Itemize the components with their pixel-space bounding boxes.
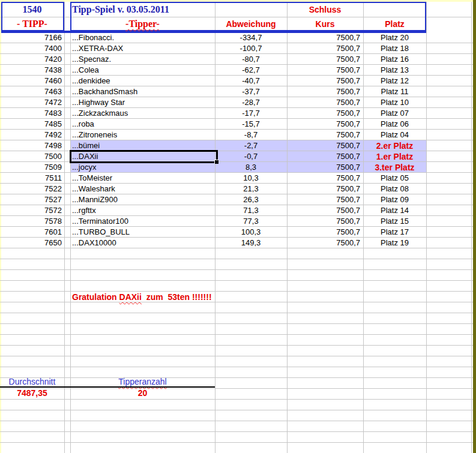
congratulation-message[interactable]: Gratulation DAXii zum 53ten !!!!!!! <box>72 292 212 302</box>
cell-abweichung[interactable]: -37,7 <box>215 86 287 97</box>
cell-tipper[interactable]: ...Highway Star <box>72 97 214 108</box>
cell-tipper[interactable]: ...Zickzackmaus <box>72 108 214 119</box>
cell-kurs[interactable]: 7500,7 <box>287 65 360 76</box>
cell-abweichung[interactable]: -28,7 <box>215 97 287 108</box>
durchschnitt-label[interactable]: Durchschnitt <box>0 376 64 387</box>
cell-tipp[interactable]: 7166 <box>0 32 62 43</box>
cell-abweichung[interactable]: -334,7 <box>215 32 287 43</box>
cell-tipp[interactable]: 7500 <box>0 151 62 162</box>
cell-platz[interactable]: Platz 04 <box>363 130 426 140</box>
cell-tipper[interactable]: ...jocyx <box>72 162 214 173</box>
cell-kurs[interactable]: 7500,7 <box>287 119 360 130</box>
cell-tipper[interactable]: ...BackhandSmash <box>72 86 214 97</box>
cell-tipper[interactable]: ...Specnaz. <box>72 54 214 65</box>
cell-abweichung[interactable]: -17,7 <box>215 108 287 119</box>
column-header-kurs[interactable]: Kurs <box>287 17 363 31</box>
cell-tipp[interactable]: 7472 <box>0 97 62 108</box>
cell-abweichung[interactable]: -40,7 <box>215 76 287 86</box>
cell-abweichung[interactable]: 100,3 <box>215 227 287 238</box>
cell-abweichung[interactable]: 77,3 <box>215 216 287 227</box>
cell-tipp[interactable]: 7492 <box>0 130 62 140</box>
cell-platz[interactable]: 2.er Platz <box>363 140 426 151</box>
cell-tipper[interactable]: ...Fibonacci. <box>72 32 214 43</box>
cell-platz[interactable]: Platz 15 <box>363 216 426 227</box>
cell-kurs[interactable]: 7500,7 <box>287 97 360 108</box>
cell-abweichung[interactable]: -80,7 <box>215 54 287 65</box>
cell-tipp[interactable]: 7420 <box>0 54 62 65</box>
cell-abweichung[interactable]: -15,7 <box>215 119 287 130</box>
cell-platz[interactable]: Platz 11 <box>363 86 426 97</box>
cell-tipp[interactable]: 7509 <box>0 162 62 173</box>
cell-tipper[interactable]: ...denkidee <box>72 76 214 86</box>
cell-platz[interactable]: 3.ter Platz <box>363 162 426 173</box>
cell-tipp[interactable]: 7498 <box>0 140 62 151</box>
cell-tipper[interactable]: ...TURBO_BULL <box>72 227 214 238</box>
cell-abweichung[interactable]: -2,7 <box>215 140 287 151</box>
cell-tipper[interactable]: ...roba <box>72 119 214 130</box>
cell-platz[interactable]: Platz 17 <box>363 227 426 238</box>
cell-kurs[interactable]: 7500,7 <box>287 151 360 162</box>
cell-abweichung[interactable]: 8,3 <box>215 162 287 173</box>
cell-platz[interactable]: Platz 13 <box>363 65 426 76</box>
column-header-tipper[interactable]: -Tipper- <box>70 17 215 31</box>
cell-platz[interactable]: Platz 20 <box>363 32 426 43</box>
cell-kurs[interactable]: 7500,7 <box>287 76 360 86</box>
cell-tipp[interactable]: 7650 <box>0 238 62 248</box>
cell-abweichung[interactable]: -100,7 <box>215 43 287 54</box>
tipperanzahl-value[interactable]: 20 <box>70 388 215 398</box>
cell-tipper[interactable]: ...ToMeister <box>72 173 214 184</box>
cell-kurs[interactable]: 7500,7 <box>287 54 360 65</box>
cell-platz[interactable]: Platz 16 <box>363 54 426 65</box>
cell-tipp[interactable]: 7522 <box>0 184 62 194</box>
cell-tipp[interactable]: 7460 <box>0 76 62 86</box>
cell-tipper[interactable]: ...Terminator100 <box>72 216 214 227</box>
cell-abweichung[interactable]: -8,7 <box>215 130 287 140</box>
cell-platz[interactable]: Platz 06 <box>363 119 426 130</box>
cell-abweichung[interactable]: 10,3 <box>215 173 287 184</box>
cell-tipper[interactable]: ...Zitroneneis <box>72 130 214 140</box>
cell-kurs[interactable]: 7500,7 <box>287 238 360 248</box>
tipperanzahl-label[interactable]: Tipperanzahl <box>70 376 215 387</box>
cell-kurs[interactable]: 7500,7 <box>287 32 360 43</box>
cell-tipp[interactable]: 7463 <box>0 86 62 97</box>
cell-tipper[interactable]: ...Colea <box>72 65 214 76</box>
cell-abweichung[interactable]: -0,7 <box>215 151 287 162</box>
cell-tipper[interactable]: ...XETRA-DAX <box>72 43 214 54</box>
cell-platz[interactable]: Platz 18 <box>363 43 426 54</box>
cell-tipp[interactable]: 7511 <box>0 173 62 184</box>
fill-handle[interactable] <box>214 160 218 164</box>
cell-platz[interactable]: Platz 19 <box>363 238 426 248</box>
cell-kurs[interactable]: 7500,7 <box>287 86 360 97</box>
cell-kurs[interactable]: 7500,7 <box>287 108 360 119</box>
cell-tipp[interactable]: 7601 <box>0 227 62 238</box>
cell-platz[interactable]: Platz 08 <box>363 184 426 194</box>
header-cell-title[interactable]: Tipp-Spiel v. 03.05.2011 <box>72 2 169 17</box>
cell-kurs[interactable]: 7500,7 <box>287 194 360 205</box>
cell-platz[interactable]: Platz 05 <box>363 173 426 184</box>
cell-kurs[interactable]: 7500,7 <box>287 140 360 151</box>
cell-tipp[interactable]: 7485 <box>0 119 62 130</box>
cell-kurs[interactable]: 7500,7 <box>287 162 360 173</box>
cell-platz[interactable]: Platz 10 <box>363 97 426 108</box>
column-header-abweichung[interactable]: Abweichung <box>215 17 287 31</box>
cell-tipp[interactable]: 7400 <box>0 43 62 54</box>
cell-tipp[interactable]: 7572 <box>0 205 62 216</box>
cell-platz[interactable]: Platz 12 <box>363 76 426 86</box>
cell-platz[interactable]: 1.er Platz <box>363 151 426 162</box>
durchschnitt-value[interactable]: 7487,35 <box>0 388 64 398</box>
cell-tipp[interactable]: 7578 <box>0 216 62 227</box>
cell-platz[interactable]: Platz 07 <box>363 108 426 119</box>
column-header-platz[interactable]: Platz <box>363 17 426 31</box>
cell-tipper[interactable]: ...rgfttx <box>72 205 214 216</box>
cell-kurs[interactable]: 7500,7 <box>287 205 360 216</box>
cell-kurs[interactable]: 7500,7 <box>287 227 360 238</box>
cell-tipp[interactable]: 7438 <box>0 65 62 76</box>
cell-kurs[interactable]: 7500,7 <box>287 216 360 227</box>
cell-kurs[interactable]: 7500,7 <box>287 184 360 194</box>
cell-kurs[interactable]: 7500,7 <box>287 173 360 184</box>
cell-abweichung[interactable]: 26,3 <box>215 194 287 205</box>
cell-abweichung[interactable]: 149,3 <box>215 238 287 248</box>
cell-tipper[interactable]: ...ManniZ900 <box>72 194 214 205</box>
cell-kurs[interactable]: 7500,7 <box>287 130 360 140</box>
cell-tipper[interactable]: ...DAX10000 <box>72 238 214 248</box>
